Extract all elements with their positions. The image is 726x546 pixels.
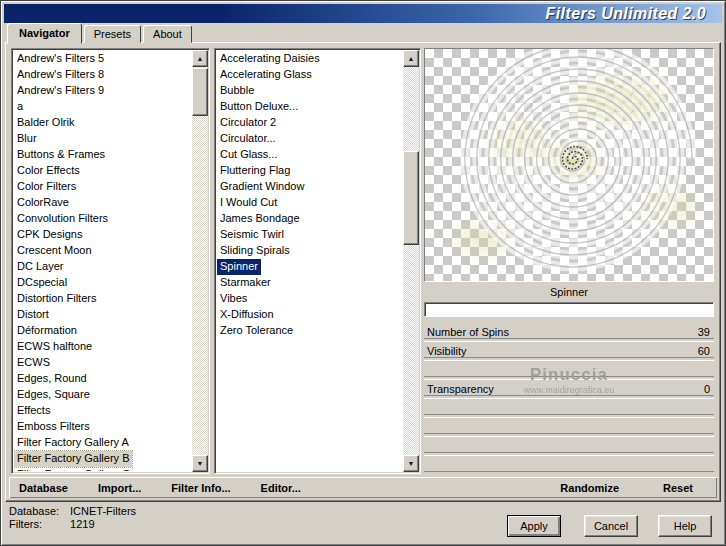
parameter-row: [424, 438, 714, 457]
progress-bar: [424, 302, 714, 317]
category-item[interactable]: Distortion Filters: [14, 291, 99, 307]
filter-item[interactable]: Seismic Twirl: [217, 227, 287, 243]
parameter-label: Visibility: [427, 345, 467, 357]
filter-list: Accelerating DaisiesAccelerating GlassBu…: [214, 48, 421, 474]
tab-strip: Navigator Presets About: [7, 24, 194, 43]
category-item[interactable]: ECWS halftone: [14, 339, 95, 355]
filter-item[interactable]: Fluttering Flag: [217, 163, 293, 179]
filter-item[interactable]: Cut Glass...: [217, 147, 280, 163]
tab-about[interactable]: About: [143, 25, 192, 43]
filters-count-label: Filters:: [9, 518, 67, 530]
category-list: Andrew's Filters 5Andrew's Filters 8Andr…: [11, 48, 210, 474]
category-item[interactable]: DCspecial: [14, 275, 70, 291]
parameter-slider-track[interactable]: [424, 433, 714, 437]
import-button[interactable]: Import...: [98, 482, 141, 494]
editor-button[interactable]: Editor...: [261, 482, 301, 494]
filters-count-value: 1219: [70, 518, 94, 530]
filter-item[interactable]: I Would Cut: [217, 195, 280, 211]
category-item[interactable]: Andrew's Filters 8: [14, 67, 107, 83]
database-button[interactable]: Database: [19, 482, 68, 494]
filter-info-button[interactable]: Filter Info...: [171, 482, 230, 494]
scroll-down-button[interactable]: ▼: [403, 455, 419, 472]
tab-navigator[interactable]: Navigator: [7, 23, 82, 44]
parameter-slider-track[interactable]: [424, 452, 714, 456]
database-status-value: ICNET-Filters: [70, 505, 136, 517]
filter-item[interactable]: Circulator 2: [217, 115, 279, 131]
category-item[interactable]: Filter Factory Gallery B: [14, 451, 132, 467]
filter-item[interactable]: Vibes: [217, 291, 250, 307]
database-status: Database: ICNET-Filters: [9, 505, 136, 517]
parameter-slider-track[interactable]: [424, 414, 714, 418]
category-item[interactable]: Filter Factory Gallery A: [14, 435, 132, 451]
category-item[interactable]: DC Layer: [14, 259, 66, 275]
category-item[interactable]: Edges, Square: [14, 387, 93, 403]
filter-item[interactable]: Accelerating Daisies: [217, 51, 323, 67]
filter-item[interactable]: Zero Tolerance: [217, 323, 296, 339]
scrollbar-thumb[interactable]: [192, 68, 208, 116]
parameter-slider-track[interactable]: [424, 357, 714, 361]
category-item[interactable]: Blur: [14, 131, 40, 147]
parameter-row: Number of Spins39: [424, 324, 714, 343]
category-scrollbar[interactable]: ▲ ▼: [192, 50, 208, 472]
category-item[interactable]: a: [14, 99, 26, 115]
category-item[interactable]: Color Filters: [14, 179, 79, 195]
scroll-down-button[interactable]: ▼: [192, 455, 208, 472]
parameter-row: [424, 400, 714, 419]
apply-button[interactable]: Apply: [507, 515, 561, 537]
parameter-value: 39: [698, 326, 710, 338]
spiral-preview-image: [425, 49, 713, 281]
category-item[interactable]: Andrew's Filters 9: [14, 83, 107, 99]
scrollbar-track[interactable]: [403, 65, 419, 457]
help-button[interactable]: Help: [658, 515, 712, 537]
randomize-button[interactable]: Randomize: [560, 482, 619, 494]
filter-item[interactable]: Starmaker: [217, 275, 274, 291]
parameter-slider-track[interactable]: [424, 471, 714, 474]
filters-count-status: Filters: 1219: [9, 518, 95, 530]
category-item[interactable]: Filter Factory Gallery C: [14, 467, 133, 471]
filter-item[interactable]: Gradient Window: [217, 179, 307, 195]
status-area: Database: ICNET-Filters Filters: 1219 Ap…: [1, 499, 725, 545]
category-item[interactable]: Edges, Round: [14, 371, 90, 387]
window-title: Filters Unlimited 2.0: [546, 5, 706, 23]
scrollbar-thumb[interactable]: [403, 151, 419, 245]
category-item[interactable]: Andrew's Filters 5: [14, 51, 107, 67]
filter-item[interactable]: Sliding Spirals: [217, 243, 293, 259]
filter-item[interactable]: Circulator...: [217, 131, 279, 147]
parameter-row: Transparency0: [424, 381, 714, 400]
category-item[interactable]: Effects: [14, 403, 53, 419]
parameter-slider-track[interactable]: [424, 376, 714, 380]
parameter-label: Transparency: [427, 383, 494, 395]
category-item[interactable]: Buttons & Frames: [14, 147, 108, 163]
category-item[interactable]: Déformation: [14, 323, 80, 339]
category-item[interactable]: Emboss Filters: [14, 419, 93, 435]
filter-item[interactable]: James Bondage: [217, 211, 303, 227]
filter-item[interactable]: Bubble: [217, 83, 257, 99]
scrollbar-track[interactable]: [192, 65, 208, 457]
category-item[interactable]: Convolution Filters: [14, 211, 111, 227]
parameter-value: 60: [698, 345, 710, 357]
category-item[interactable]: Balder Olrik: [14, 115, 77, 131]
tab-presets[interactable]: Presets: [84, 25, 141, 43]
filter-item[interactable]: X-Diffusion: [217, 307, 277, 323]
filter-item[interactable]: Button Deluxe...: [217, 99, 301, 115]
parameter-slider-track[interactable]: [424, 338, 714, 342]
reset-button[interactable]: Reset: [663, 482, 693, 494]
category-item[interactable]: Color Effects: [14, 163, 83, 179]
filter-item[interactable]: Accelerating Glass: [217, 67, 315, 83]
category-item[interactable]: Distort: [14, 307, 52, 323]
filter-item[interactable]: Spinner: [217, 259, 261, 275]
category-item[interactable]: CPK Designs: [14, 227, 85, 243]
category-item[interactable]: ColorRave: [14, 195, 72, 211]
filters-unlimited-window: Filters Unlimited 2.0 Navigator Presets …: [0, 0, 726, 546]
category-items: Andrew's Filters 5Andrew's Filters 8Andr…: [14, 51, 192, 471]
database-status-label: Database:: [9, 505, 67, 517]
filter-preview[interactable]: [424, 48, 714, 282]
parameter-row: Visibility60: [424, 343, 714, 362]
category-item[interactable]: ECWS: [14, 355, 53, 371]
category-item[interactable]: Crescent Moon: [14, 243, 95, 259]
navigator-page: Andrew's Filters 5Andrew's Filters 8Andr…: [5, 42, 721, 502]
parameter-list: Number of Spins39Visibility60Transparenc…: [424, 324, 714, 474]
filter-scrollbar[interactable]: ▲ ▼: [403, 50, 419, 472]
parameter-slider-track[interactable]: [424, 395, 714, 399]
cancel-button[interactable]: Cancel: [584, 515, 638, 537]
